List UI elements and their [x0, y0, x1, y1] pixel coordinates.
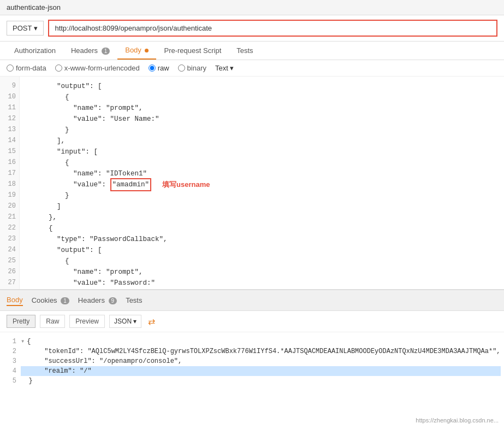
- resp-line-number: 1: [4, 337, 16, 346]
- tab-headers[interactable]: Headers 1: [63, 42, 117, 59]
- code-line: ],: [24, 136, 504, 146]
- method-selector[interactable]: POST ▾: [7, 21, 44, 36]
- method-chevron: ▾: [34, 24, 38, 32]
- line-number: 13: [0, 125, 19, 136]
- code-line: "value": "Password:": [24, 278, 504, 289]
- body-dot: [145, 49, 149, 52]
- response-tab-cookies[interactable]: Cookies 1: [32, 295, 69, 305]
- response-line-numbers: 12345: [4, 337, 21, 386]
- line-number: 16: [0, 157, 19, 168]
- code-line: "name": "prompt",: [24, 267, 504, 278]
- line-number: 25: [0, 256, 19, 267]
- code-line: {: [24, 92, 504, 103]
- line-number: 17: [0, 168, 19, 179]
- wrap-icon[interactable]: ⇄: [148, 316, 155, 327]
- code-line: }: [24, 125, 504, 136]
- tab-prerequest[interactable]: Pre-request Script: [156, 42, 229, 59]
- format-dropdown[interactable]: JSON ▾: [109, 315, 141, 328]
- line-number: 12: [0, 114, 19, 125]
- resp-line-number: 3: [4, 356, 16, 366]
- value-highlight: "amadmin": [110, 178, 152, 191]
- pretty-button[interactable]: Pretty: [7, 315, 35, 328]
- line-number: 11: [0, 103, 19, 114]
- code-line: ]: [24, 201, 504, 212]
- line-number: 15: [0, 146, 19, 157]
- line-number: 20: [0, 201, 19, 212]
- resp-code-line: }: [21, 376, 501, 386]
- line-number: 22: [0, 223, 19, 234]
- resp-headers-badge: 9: [109, 297, 117, 304]
- text-chevron: ▾: [230, 64, 234, 72]
- response-code: 12345 ▾{ "tokenId": "AQlC5wM2LY4SfczBElQ…: [0, 332, 504, 390]
- code-line: "output": [: [24, 245, 504, 256]
- tab-tests[interactable]: Tests: [229, 42, 260, 59]
- code-line: },: [24, 212, 504, 223]
- resp-code-line: "successUrl": "/openampro/console",: [21, 356, 501, 366]
- resp-code-line: ▾{: [21, 337, 501, 346]
- code-line: {: [24, 223, 504, 234]
- response-tab-headers[interactable]: Headers 9: [78, 295, 117, 305]
- line-number: 24: [0, 245, 19, 256]
- line-number: 27: [0, 278, 19, 289]
- tab-body[interactable]: Body: [117, 42, 156, 60]
- code-line: {: [24, 256, 504, 267]
- request-tabs: Authorization Headers 1 Body Pre-request…: [0, 42, 504, 60]
- code-content[interactable]: "output": [ { "name": "prompt", "value":…: [20, 77, 504, 289]
- code-line: "name": "prompt",: [24, 103, 504, 114]
- url-bar: POST ▾: [0, 15, 504, 42]
- line-numbers: 9101112131415161718192021222324252627282…: [0, 77, 20, 289]
- cookies-badge: 1: [61, 297, 69, 304]
- annotation-label: 填写username: [162, 179, 210, 191]
- tab-authorization[interactable]: Authorization: [7, 42, 63, 59]
- form-data-option[interactable]: form-data: [7, 64, 46, 72]
- code-line: "value": "User Name:": [24, 114, 504, 125]
- collapse-icon[interactable]: ▾: [21, 338, 25, 345]
- watermark: https://zhengkai.blog.csdn.ne...: [416, 417, 499, 424]
- code-editor: 9101112131415161718192021222324252627282…: [0, 77, 504, 290]
- text-format-dropdown[interactable]: Text ▾: [215, 64, 234, 72]
- code-line: "name": "IDToken1": [24, 168, 504, 179]
- line-number: 19: [0, 190, 19, 201]
- window-title: authenticate-json: [7, 3, 61, 11]
- raw-option[interactable]: raw: [149, 64, 169, 72]
- resp-line-number: 2: [4, 346, 16, 356]
- response-toolbar: Pretty Raw Preview JSON ▾ ⇄: [0, 311, 504, 332]
- resp-line-number: 5: [4, 376, 16, 386]
- code-line: "value": "amadmin"填写username: [24, 179, 504, 190]
- method-label: POST: [13, 24, 32, 32]
- line-number: 14: [0, 136, 19, 146]
- response-tab-tests[interactable]: Tests: [126, 295, 142, 305]
- response-tab-body[interactable]: Body: [7, 295, 23, 306]
- headers-badge: 1: [102, 48, 110, 55]
- code-line: "input": [: [24, 146, 504, 157]
- resp-code-line: "realm": "/": [21, 366, 501, 376]
- line-number: 18: [0, 179, 19, 190]
- code-line: "type": "PasswordCallback",: [24, 234, 504, 245]
- response-section-header: Body Cookies 1 Headers 9 Tests: [0, 290, 504, 311]
- resp-code-line: "tokenId": "AQlC5wM2LY4SfczBElQ-gyrwsTOL…: [21, 346, 501, 356]
- format-chevron: ▾: [133, 318, 137, 325]
- line-number: 23: [0, 234, 19, 245]
- code-line: "output": [: [24, 81, 504, 92]
- resp-line-number: 4: [4, 366, 16, 376]
- urlencoded-option[interactable]: x-www-form-urlencoded: [55, 64, 140, 72]
- binary-option[interactable]: binary: [178, 64, 206, 72]
- url-input[interactable]: [48, 20, 497, 37]
- preview-button[interactable]: Preview: [69, 315, 105, 328]
- line-number: 26: [0, 267, 19, 278]
- line-number: 21: [0, 212, 19, 223]
- body-options: form-data x-www-form-urlencoded raw bina…: [0, 60, 504, 77]
- code-line: }: [24, 190, 504, 201]
- response-code-content: ▾{ "tokenId": "AQlC5wM2LY4SfczBElQ-gyrws…: [21, 337, 501, 386]
- line-number: 10: [0, 92, 19, 103]
- raw-button[interactable]: Raw: [40, 315, 65, 328]
- code-line: {: [24, 157, 504, 168]
- line-number: 9: [0, 81, 19, 92]
- response-area: Pretty Raw Preview JSON ▾ ⇄ 12345 ▾{ "to…: [0, 311, 504, 390]
- title-bar: authenticate-json: [0, 0, 504, 15]
